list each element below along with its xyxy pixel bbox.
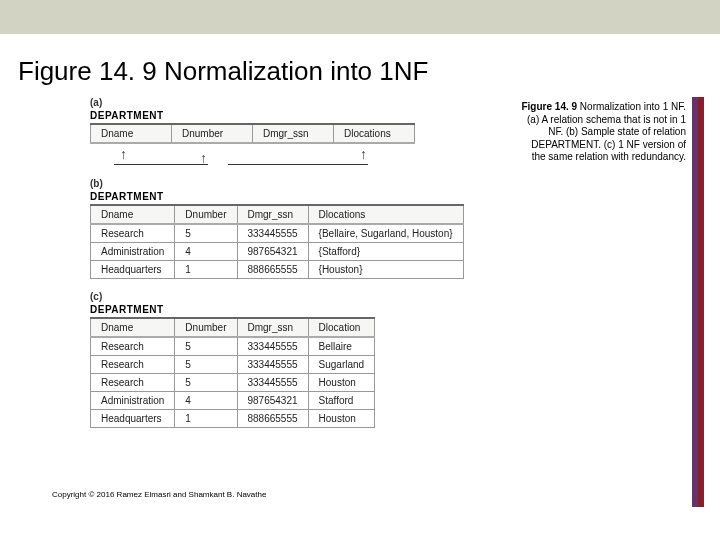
table-row: Research 5 333445555 Bellaire <box>91 337 375 356</box>
cell: 333445555 <box>237 337 308 356</box>
part-a-schema-table: Dname Dnumber Dmgr_ssn Dlocations <box>90 123 415 144</box>
cell: 5 <box>175 224 237 243</box>
cell: 5 <box>175 356 237 374</box>
content-area: Figure 14. 9 Normalization into 1 NF. (a… <box>22 97 698 507</box>
cell: 888665555 <box>237 410 308 428</box>
col-header: Dnumber <box>172 124 253 143</box>
cell: Research <box>91 337 175 356</box>
arrow-up-icon: ↑ <box>120 146 127 162</box>
cell: 888665555 <box>237 261 308 279</box>
cell: 4 <box>175 243 237 261</box>
figure-wrap: (a) DEPARTMENT Dname Dnumber Dmgr_ssn Dl… <box>90 97 490 428</box>
part-b-relation: DEPARTMENT <box>90 191 490 202</box>
cell: Headquarters <box>91 410 175 428</box>
part-c-label: (c) <box>90 291 490 302</box>
cell: 4 <box>175 392 237 410</box>
table-row: Headquarters 1 888665555 Houston <box>91 410 375 428</box>
col-header: Dname <box>91 124 172 143</box>
col-header: Dmgr_ssn <box>237 205 308 224</box>
part-a-arrows: ↑ ↑ ↑ <box>90 146 490 172</box>
caption-title: Figure 14. 9 <box>521 101 577 112</box>
col-header: Dlocations <box>308 205 463 224</box>
table-row: Headquarters 1 888665555 {Houston} <box>91 261 464 279</box>
arrow-up-icon: ↑ <box>360 146 367 162</box>
cell: 333445555 <box>237 374 308 392</box>
cell: Houston <box>308 410 375 428</box>
table-row: Administration 4 987654321 {Stafford} <box>91 243 464 261</box>
col-header: Dname <box>91 318 175 337</box>
figure-caption: Figure 14. 9 Normalization into 1 NF. (a… <box>516 101 686 164</box>
cell: Houston <box>308 374 375 392</box>
col-header: Dnumber <box>175 205 237 224</box>
col-header: Dlocations <box>334 124 415 143</box>
col-header: Dname <box>91 205 175 224</box>
underline-icon <box>114 164 208 165</box>
cell: {Bellaire, Sugarland, Houston} <box>308 224 463 243</box>
cell: 1 <box>175 410 237 428</box>
slide-title: Figure 14. 9 Normalization into 1NF <box>18 56 720 87</box>
part-c-table: Dname Dnumber Dmgr_ssn Dlocation Researc… <box>90 317 375 428</box>
cell: 987654321 <box>237 392 308 410</box>
cell: 333445555 <box>237 356 308 374</box>
cell: 5 <box>175 374 237 392</box>
cell: Stafford <box>308 392 375 410</box>
part-b-label: (b) <box>90 178 490 189</box>
cell: Headquarters <box>91 261 175 279</box>
underline-icon <box>228 164 368 165</box>
cell: Administration <box>91 392 175 410</box>
table-row: Research 5 333445555 {Bellaire, Sugarlan… <box>91 224 464 243</box>
cell: 333445555 <box>237 224 308 243</box>
part-b-table: Dname Dnumber Dmgr_ssn Dlocations Resear… <box>90 204 464 279</box>
cell: Bellaire <box>308 337 375 356</box>
col-header: Dnumber <box>175 318 237 337</box>
col-header: Dlocation <box>308 318 375 337</box>
table-row: Administration 4 987654321 Stafford <box>91 392 375 410</box>
table-row: Research 5 333445555 Sugarland <box>91 356 375 374</box>
cell: Research <box>91 224 175 243</box>
col-header: Dmgr_ssn <box>237 318 308 337</box>
cell: 5 <box>175 337 237 356</box>
cell: Research <box>91 374 175 392</box>
top-banner <box>0 0 720 34</box>
cell: Administration <box>91 243 175 261</box>
table-row: Research 5 333445555 Houston <box>91 374 375 392</box>
cell: Sugarland <box>308 356 375 374</box>
cell: {Stafford} <box>308 243 463 261</box>
cell: 1 <box>175 261 237 279</box>
cell: {Houston} <box>308 261 463 279</box>
col-header: Dmgr_ssn <box>253 124 334 143</box>
part-c-relation: DEPARTMENT <box>90 304 490 315</box>
part-a-label: (a) <box>90 97 490 108</box>
part-a-relation: DEPARTMENT <box>90 110 490 121</box>
copyright-footer: Copyright © 2016 Ramez Elmasri and Shamk… <box>52 490 266 499</box>
cell: Research <box>91 356 175 374</box>
cell: 987654321 <box>237 243 308 261</box>
